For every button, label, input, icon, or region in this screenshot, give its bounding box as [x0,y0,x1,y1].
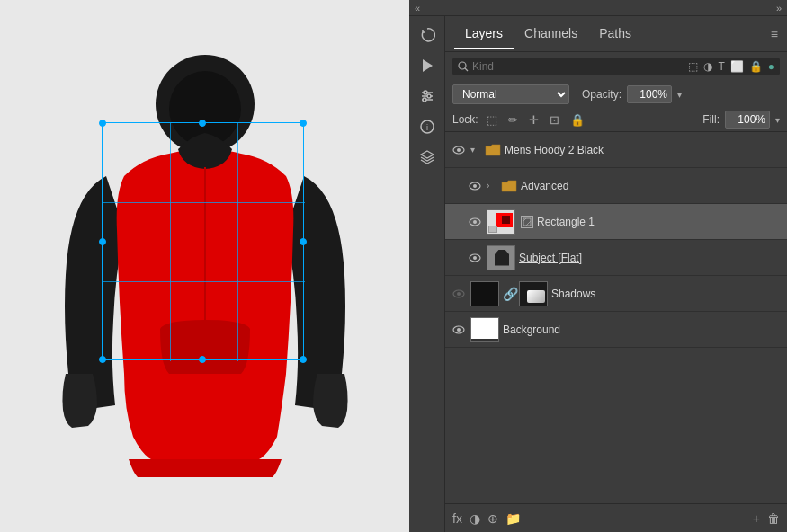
tabs-row: Layers Channels Paths ≡ [445,16,787,52]
svg-point-18 [473,184,477,188]
visibility-icon-advanced[interactable] [467,178,483,194]
panel-menu-button[interactable]: ≡ [771,27,778,41]
filter-lock-icon[interactable]: 🔒 [749,60,763,73]
svg-point-20 [473,220,477,224]
layer-name-background: Background [503,324,782,336]
svg-marker-12 [421,151,434,158]
delete-layer-button[interactable]: 🗑 [767,511,780,526]
thumbnail-rectangle1 [487,209,515,235]
svg-point-16 [457,148,461,152]
filter-text-icon[interactable]: T [718,60,724,73]
svg-point-9 [423,98,426,102]
canvas-area [0,0,409,532]
thumbnail-subject [487,245,515,270]
fill-label: Fill: [702,113,720,126]
visibility-icon-rectangle1[interactable] [467,214,483,230]
layer-name-advanced: Advanced [521,180,782,192]
layer-item-advanced[interactable]: › Advanced [445,168,787,204]
layers-panel: Layers Channels Paths ≡ ⬚ ◑ T [445,16,787,532]
sidebar-icon-adjustments[interactable] [413,83,442,110]
new-layer-button[interactable]: + [753,511,760,526]
panel-bottom-toolbar: fx ◑ ⊕ 📁 + 🗑 [445,503,787,532]
adjustment-layer-button[interactable]: ⊕ [487,511,498,526]
svg-point-25 [457,292,461,296]
fill-input[interactable] [725,111,770,129]
expand-icon-mens-hoody[interactable]: ▾ [470,145,481,155]
sidebar-icon-play[interactable] [413,52,442,79]
visibility-icon-mens-hoody[interactable] [451,142,467,158]
layer-list: ▾ Mens Hoody 2 Black › [445,132,787,503]
opacity-input[interactable] [627,85,672,103]
panel-main-content: i Layers Channels Paths [409,16,787,532]
thumbnail-shadows-left [470,281,499,306]
lock-artboard-btn[interactable]: ⊡ [547,112,562,128]
panel-sidebar-icons: i [409,16,445,532]
smart-object-icon-rectangle1 [521,216,533,228]
thumbnail-shadows-right [519,281,548,306]
svg-point-27 [457,328,461,332]
search-filter-icons: ⬚ ◑ T ⬜ 🔒 ● [688,60,774,73]
link-icon-shadows: 🔗 [503,287,515,301]
layer-name-mens-hoody: Mens Hoody 2 Black [505,144,782,156]
collapse-left-icon[interactable]: « [415,3,420,13]
layer-item-shadows[interactable]: 🔗 Shadows [445,276,787,312]
layer-item-mens-hoody[interactable]: ▾ Mens Hoody 2 Black [445,132,787,168]
search-bar: ⬚ ◑ T ⬜ 🔒 ● [452,58,780,75]
lock-all-btn[interactable]: 🔒 [568,112,587,128]
visibility-icon-background[interactable] [451,322,467,338]
collapse-right-icon[interactable]: » [776,3,782,13]
expand-icon-advanced[interactable]: › [487,181,497,191]
lock-transparent-btn[interactable]: ⬚ [484,112,500,128]
layer-name-shadows: Shadows [551,288,782,300]
hoodie-svg [52,50,358,482]
search-input[interactable] [472,60,684,73]
folder-icon-mens-hoody [485,143,501,157]
hoodie-container [52,50,358,482]
lock-label: Lock: [452,113,478,126]
lock-pixels-btn[interactable]: ✏ [505,112,521,128]
layer-item-background[interactable]: Background [445,312,787,348]
lock-position-btn[interactable]: ✛ [526,112,541,128]
svg-marker-3 [423,59,433,72]
panel-topbar: « » [409,0,787,16]
layer-item-subject[interactable]: Subject [Flat] [445,240,787,276]
opacity-label: Opacity: [582,88,622,101]
visibility-icon-subject[interactable] [467,250,483,266]
sidebar-icon-history[interactable] [413,22,442,49]
lock-row: Lock: ⬚ ✏ ✛ ⊡ 🔒 Fill: ▾ [445,108,787,132]
filter-active-icon[interactable]: ● [768,60,774,73]
visibility-icon-shadows[interactable] [451,286,467,302]
layer-item-rectangle1[interactable]: Rectangle 1 [445,204,787,240]
opacity-dropdown-arrow[interactable]: ▾ [677,90,682,100]
sidebar-icon-layers[interactable] [413,144,442,171]
sidebar-icon-info[interactable]: i [413,113,442,140]
play-icon [421,58,434,73]
layer-name-rectangle1: Rectangle 1 [537,216,782,228]
blend-mode-select[interactable]: Normal [452,84,569,104]
filter-image-icon[interactable]: ⬚ [688,60,698,73]
tab-channels[interactable]: Channels [514,19,588,49]
svg-line-14 [465,68,468,71]
history-icon [419,27,435,43]
tab-paths[interactable]: Paths [588,19,642,49]
info-icon: i [419,119,435,135]
search-icon [458,61,469,72]
adjustments-icon [419,88,435,104]
right-panel: « » [409,0,787,532]
thumbnail-background [470,317,499,342]
filter-shape-icon[interactable]: ⬜ [730,60,744,73]
tab-layers[interactable]: Layers [454,19,514,49]
svg-point-7 [427,94,431,98]
layers-icon [419,149,435,165]
filter-adjust-icon[interactable]: ◑ [703,60,712,73]
fill-dropdown-arrow[interactable]: ▾ [775,115,780,125]
app-window: « » [0,0,787,532]
svg-point-5 [424,91,427,94]
layer-group-button[interactable]: 📁 [505,511,521,526]
layer-style-button[interactable]: fx [452,511,462,526]
blend-mode-row: Normal Opacity: ▾ [445,81,787,108]
svg-text:i: i [426,123,428,132]
svg-point-23 [473,256,477,260]
svg-point-13 [459,62,466,69]
layer-mask-button[interactable]: ◑ [470,511,480,526]
